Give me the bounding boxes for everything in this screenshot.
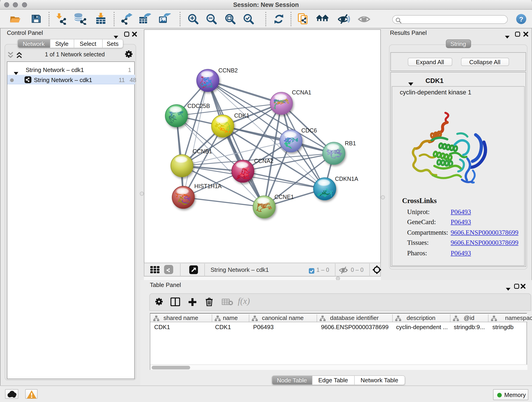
svg-text:RB1: RB1 bbox=[345, 140, 356, 146]
svg-text:CCNB2: CCNB2 bbox=[218, 67, 238, 73]
svg-text:?: ? bbox=[519, 15, 523, 23]
svg-text:CCNA1: CCNA1 bbox=[292, 89, 311, 95]
svg-text:CCNA2: CCNA2 bbox=[254, 157, 273, 164]
svg-text:HIST1H1A: HIST1H1A bbox=[194, 183, 222, 189]
svg-text:CCNE1: CCNE1 bbox=[274, 193, 294, 200]
svg-text:CDKN1A: CDKN1A bbox=[335, 175, 358, 182]
svg-text:CCNB1: CCNB1 bbox=[192, 148, 212, 154]
svg-text:CDC25B: CDC25B bbox=[187, 102, 210, 109]
svg-text:CDC6: CDC6 bbox=[301, 127, 317, 133]
svg-text:CDK1: CDK1 bbox=[234, 112, 249, 119]
